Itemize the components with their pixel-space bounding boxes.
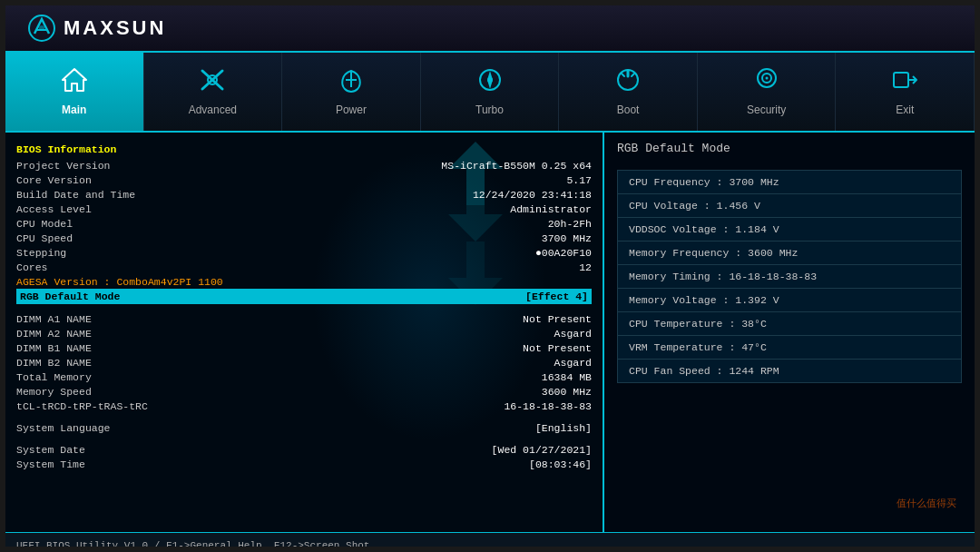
nav-item-boot[interactable]: Boot (559, 53, 698, 131)
left-panel: BIOS Information Project Version MS-iCra… (5, 133, 604, 532)
boot-icon (614, 67, 642, 100)
svg-point-7 (487, 77, 493, 83)
section-gap (16, 413, 592, 420)
stats-list: CPU Frequency : 3700 MHz CPU Voltage : 1… (617, 170, 962, 383)
table-row: CPU Speed 3700 MHz (16, 231, 592, 245)
stat-vrm-temp: VRM Temperature : 47°C (617, 335, 962, 359)
table-row: System Time [08:03:46] (16, 457, 592, 471)
content-area: BIOS Information Project Version MS-iCra… (5, 133, 975, 532)
table-row: DIMM B2 NAME Asgard (16, 355, 592, 370)
section-title-key: BIOS Information (16, 143, 198, 155)
section-gap (16, 304, 592, 311)
nav-bar: Main Advanced Power (5, 53, 975, 133)
bios-screen: MAXSUN Main Advanced (0, 0, 980, 552)
nav-label-turbo: Turbo (475, 104, 504, 116)
table-row: Core Version 5.17 (16, 172, 592, 187)
turbo-icon (476, 67, 504, 100)
table-row: Stepping ●00A20F10 (16, 245, 592, 260)
logo-text: MAXSUN (64, 16, 166, 40)
section-gap (16, 435, 592, 442)
stat-cpu-temp: CPU Temperature : 38°C (617, 311, 962, 335)
bios-section-title: BIOS Information (16, 142, 592, 156)
stat-mem-timing: Memory Timing : 16-18-18-38-83 (617, 264, 962, 288)
watermark: 值什么值得买 (897, 497, 956, 510)
table-row: Access Level Administrator (16, 202, 592, 216)
nav-label-main: Main (62, 104, 86, 116)
table-row: DIMM A1 NAME Not Present (16, 311, 592, 326)
table-row: CPU Model 20h-2Fh (16, 216, 592, 231)
nav-label-advanced: Advanced (189, 104, 237, 116)
table-row: Cores 12 (16, 260, 592, 274)
stat-cpu-volt: CPU Voltage : 1.456 V (617, 193, 962, 217)
maxsun-logo-icon (27, 14, 56, 43)
table-row: Project Version MS-iCraft-B550M 0.25 x64 (16, 158, 592, 172)
nav-item-power[interactable]: Power (282, 53, 421, 131)
right-panel-title: RGB Default Mode (617, 142, 962, 155)
nav-label-power: Power (336, 104, 367, 116)
stat-mem-freq: Memory Frequency : 3600 MHz (617, 241, 962, 264)
stat-vddsoc: VDDSOC Voltage : 1.184 V (617, 217, 962, 241)
status-bar: UEFI BIOS Utility V1.0 / F1->General Hel… (5, 532, 975, 552)
nav-label-security: Security (747, 104, 786, 116)
table-row: System Date [Wed 01/27/2021] (16, 442, 592, 457)
security-icon (753, 67, 780, 100)
nav-item-main[interactable]: Main (5, 53, 144, 131)
svg-marker-2 (63, 69, 86, 91)
nav-item-advanced[interactable]: Advanced (144, 53, 283, 131)
exit-icon (891, 67, 918, 100)
bios-info-table: BIOS Information Project Version MS-iCra… (16, 142, 592, 471)
table-row: tCL-tRCD-tRP-tRAS-tRC 16-18-18-38-83 (16, 399, 592, 413)
table-row: Total Memory 16384 MB (16, 370, 592, 384)
svg-rect-12 (894, 73, 908, 87)
nav-item-security[interactable]: Security (698, 53, 837, 131)
nav-item-exit[interactable]: Exit (836, 53, 975, 131)
table-row: DIMM B1 NAME Not Present (16, 340, 592, 355)
svg-point-11 (765, 77, 768, 80)
table-row-agesa: AGESA Version : ComboAm4v2PI 1100 (16, 274, 592, 289)
stat-fan-speed: CPU Fan Speed : 1244 RPM (617, 359, 962, 383)
right-panel: RGB Default Mode CPU Frequency : 3700 MH… (604, 133, 975, 532)
table-row: Memory Speed 3600 MHz (16, 384, 592, 399)
wrench-icon (199, 67, 226, 100)
power-leaf-icon (338, 67, 365, 100)
svg-point-1 (39, 25, 44, 31)
nav-label-exit: Exit (896, 104, 914, 116)
table-row-selected[interactable]: RGB Default Mode [Effect 4] (16, 289, 592, 304)
stat-mem-volt: Memory Voltage : 1.392 V (617, 288, 962, 311)
table-row: DIMM A2 NAME Asgard (16, 326, 592, 340)
nav-item-turbo[interactable]: Turbo (421, 53, 560, 131)
status-text: UEFI BIOS Utility V1.0 / F1->General Hel… (16, 540, 369, 551)
home-icon (61, 67, 88, 100)
logo: MAXSUN (27, 14, 166, 43)
table-row: Build Date and Time 12/24/2020 23:41:18 (16, 187, 592, 202)
header-bar: MAXSUN (5, 5, 975, 53)
nav-label-boot: Boot (617, 104, 640, 116)
stat-cpu-freq: CPU Frequency : 3700 MHz (617, 170, 962, 193)
table-row: System Language [English] (16, 420, 592, 435)
